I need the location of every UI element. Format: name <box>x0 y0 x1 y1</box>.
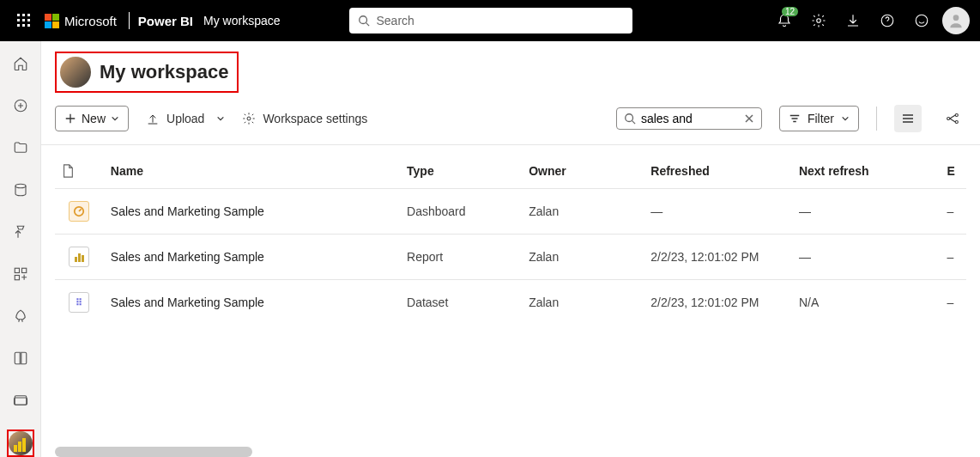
svg-rect-4 <box>22 19 25 21</box>
svg-point-23 <box>626 114 633 122</box>
app-launcher-icon[interactable] <box>7 14 41 27</box>
col-owner[interactable]: Owner <box>522 154 644 189</box>
item-name[interactable]: Sales and Marketing Sample <box>104 235 400 280</box>
global-header: Microsoft Power BI My workspace Search 1… <box>0 0 980 41</box>
col-next-refresh[interactable]: Next refresh <box>792 154 941 189</box>
svg-point-27 <box>955 120 958 123</box>
item-name[interactable]: Sales and Marketing Sample <box>104 189 400 235</box>
item-refreshed: 2/2/23, 12:01:02 PM <box>644 280 792 326</box>
breadcrumb[interactable]: My workspace <box>203 14 280 27</box>
global-search[interactable]: Search <box>349 8 632 34</box>
workspace-header: My workspace <box>55 52 239 93</box>
plus-icon <box>64 113 76 125</box>
svg-point-11 <box>817 19 821 23</box>
product-label[interactable]: Power BI <box>138 14 193 28</box>
metrics-nav-icon[interactable] <box>7 218 34 245</box>
microsoft-logo: Microsoft <box>45 14 117 28</box>
col-name[interactable]: Name <box>104 154 400 189</box>
file-icon <box>62 164 74 178</box>
table-row[interactable]: Sales and Marketing SampleReportZalan2/2… <box>55 235 966 280</box>
col-refreshed[interactable]: Refreshed <box>644 154 792 189</box>
svg-rect-5 <box>27 19 30 21</box>
svg-rect-8 <box>27 24 30 27</box>
search-icon <box>358 15 370 27</box>
filter-search[interactable] <box>616 107 762 130</box>
svg-rect-0 <box>17 14 20 16</box>
item-owner: Zalan <box>522 189 644 235</box>
filter-label: Filter <box>808 112 834 125</box>
filter-search-input[interactable] <box>641 112 739 125</box>
new-label: New <box>82 112 106 125</box>
table-header-row: Name Type Owner Refreshed Next refresh E <box>55 154 966 189</box>
workspace-settings-button[interactable]: Workspace settings <box>242 112 367 125</box>
item-extra: – <box>941 280 967 326</box>
col-type[interactable]: Type <box>400 154 522 189</box>
svg-rect-3 <box>17 19 20 21</box>
create-nav-icon[interactable] <box>7 92 34 119</box>
col-extra[interactable]: E <box>941 154 967 189</box>
page-title: My workspace <box>100 61 228 83</box>
download-icon <box>845 13 861 28</box>
content-grid: Name Type Owner Refreshed Next refresh E… <box>41 145 980 325</box>
browse-nav-icon[interactable] <box>7 134 34 161</box>
item-extra: – <box>941 189 967 235</box>
new-button[interactable]: New <box>55 106 129 131</box>
item-next-refresh: — <box>792 189 941 235</box>
report-icon <box>69 247 89 267</box>
item-owner: Zalan <box>522 235 644 280</box>
item-name[interactable]: Sales and Marketing Sample <box>104 280 400 326</box>
table-row[interactable]: Sales and Marketing SampleDashboardZalan… <box>55 189 966 235</box>
search-placeholder: Search <box>377 14 414 27</box>
lineage-view-button[interactable] <box>939 105 966 132</box>
svg-rect-21 <box>14 398 27 405</box>
gear-icon <box>242 112 256 125</box>
apps-nav-icon[interactable] <box>7 261 34 288</box>
horizontal-scrollbar[interactable] <box>55 447 252 457</box>
list-view-button[interactable] <box>894 105 922 132</box>
microsoft-label: Microsoft <box>64 14 117 28</box>
svg-rect-2 <box>27 14 30 16</box>
item-next-refresh: — <box>792 235 941 280</box>
chevron-down-icon <box>841 114 850 123</box>
item-type: Report <box>400 235 522 280</box>
divider <box>129 12 130 29</box>
chevron-down-icon <box>216 114 225 123</box>
account-button[interactable] <box>939 0 973 41</box>
svg-point-16 <box>15 184 26 188</box>
download-button[interactable] <box>836 0 870 41</box>
learn-nav-icon[interactable] <box>7 345 34 372</box>
powerbi-logo-icon[interactable] <box>14 438 27 452</box>
settings-button[interactable] <box>802 0 836 41</box>
data-hub-nav-icon[interactable] <box>7 176 34 203</box>
help-button[interactable] <box>870 0 904 41</box>
clear-search-icon[interactable] <box>744 113 754 124</box>
deployment-nav-icon[interactable] <box>7 303 34 330</box>
item-next-refresh: N/A <box>792 280 941 326</box>
table-row[interactable]: ⠿Sales and Marketing SampleDatasetZalan2… <box>55 280 966 326</box>
upload-button[interactable]: Upload <box>146 112 225 125</box>
svg-rect-18 <box>21 268 26 272</box>
svg-line-24 <box>632 121 636 125</box>
home-nav-icon[interactable] <box>7 50 34 76</box>
upload-label: Upload <box>166 112 204 125</box>
svg-point-26 <box>955 113 958 116</box>
svg-point-9 <box>359 16 366 24</box>
avatar-icon <box>942 7 970 34</box>
nav-rail <box>0 41 41 457</box>
gear-icon <box>811 13 826 28</box>
workspace-avatar <box>60 57 91 88</box>
upload-icon <box>146 112 160 125</box>
feedback-button[interactable] <box>904 0 939 41</box>
main-content: My workspace New Upload Workspace settin… <box>41 41 980 457</box>
divider <box>876 107 877 131</box>
help-icon <box>880 13 895 28</box>
svg-point-22 <box>247 117 251 120</box>
svg-rect-19 <box>15 276 19 280</box>
notifications-button[interactable]: 12 <box>767 0 802 41</box>
notification-badge: 12 <box>782 7 798 16</box>
filter-button[interactable]: Filter <box>779 106 859 131</box>
workspaces-nav-icon[interactable] <box>7 387 34 414</box>
settings-label: Workspace settings <box>263 112 367 125</box>
svg-rect-20 <box>15 396 27 405</box>
item-extra: – <box>941 235 967 280</box>
